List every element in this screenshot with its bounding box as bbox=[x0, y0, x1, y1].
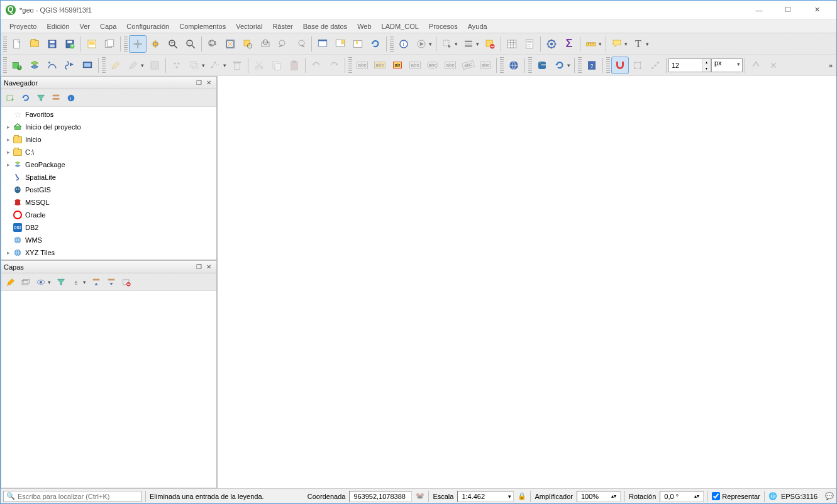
copy-features-button[interactable] bbox=[268, 57, 285, 74]
menu-complementos[interactable]: Complementos bbox=[174, 21, 231, 31]
label-tool-7[interactable]: abc bbox=[477, 57, 494, 74]
menu-raster[interactable]: Ráster bbox=[267, 21, 297, 31]
snapping-button[interactable] bbox=[611, 57, 629, 74]
browser-item-geopackage[interactable]: ▸GeoPackage bbox=[1, 158, 216, 171]
menu-ladm-col[interactable]: LADM_COL bbox=[377, 21, 424, 31]
browser-item-favoritos[interactable]: ☆Favoritos bbox=[1, 108, 216, 121]
layers-visibility-icon[interactable] bbox=[34, 275, 48, 289]
snapping-intersection-button[interactable] bbox=[646, 57, 664, 74]
vertex-tool-button[interactable] bbox=[207, 57, 224, 74]
browser-item-inicio-del-proyecto[interactable]: ▸Inicio del proyecto bbox=[1, 121, 216, 133]
cut-features-button[interactable] bbox=[250, 57, 268, 74]
browser-tree[interactable]: ☆Favoritos▸Inicio del proyecto▸Inicio▸C:… bbox=[1, 107, 216, 260]
layers-undock-button[interactable]: ❐ bbox=[194, 262, 204, 272]
toolbar-grip[interactable] bbox=[124, 36, 128, 52]
browser-refresh-icon[interactable] bbox=[19, 91, 33, 105]
open-project-button[interactable] bbox=[26, 35, 43, 53]
menu-configuracion[interactable]: Configuración bbox=[121, 21, 174, 31]
metasearch-button[interactable] bbox=[505, 57, 523, 74]
snapping-tolerance-input[interactable]: ▴▾ bbox=[668, 58, 711, 72]
browser-properties-icon[interactable]: i bbox=[64, 91, 78, 105]
zoom-next-button[interactable] bbox=[292, 35, 309, 53]
redo-button[interactable] bbox=[325, 57, 343, 74]
save-edits-button[interactable] bbox=[146, 57, 164, 74]
layers-style-icon[interactable] bbox=[4, 275, 18, 289]
select-features-button[interactable] bbox=[438, 35, 456, 53]
pan-selection-button[interactable] bbox=[147, 35, 164, 53]
crs-icon[interactable]: 🌐 bbox=[768, 492, 777, 500]
new-spatialite-layer-button[interactable] bbox=[61, 57, 79, 74]
current-edits-button[interactable] bbox=[125, 57, 142, 74]
messages-icon[interactable]: 💬 bbox=[825, 492, 834, 500]
toolbar-grip[interactable] bbox=[348, 57, 352, 74]
minimize-button[interactable]: — bbox=[745, 1, 773, 19]
toolbar-grip[interactable] bbox=[578, 57, 582, 74]
add-feature-button[interactable] bbox=[168, 57, 186, 74]
help-button[interactable]: ? bbox=[583, 57, 601, 74]
label-tool-6[interactable]: abc bbox=[459, 57, 477, 74]
new-shapefile-layer-button[interactable] bbox=[43, 57, 61, 74]
menu-proyecto[interactable]: Proyecto bbox=[4, 21, 42, 31]
browser-item-db2[interactable]: DB2DB2 bbox=[1, 221, 216, 234]
menu-base-datos[interactable]: Base de datos bbox=[298, 21, 352, 31]
processing-toolbox-button[interactable] bbox=[543, 35, 560, 53]
move-feature-button[interactable] bbox=[186, 57, 203, 74]
layers-tree[interactable] bbox=[1, 291, 216, 488]
toggle-editing-button[interactable] bbox=[107, 57, 125, 74]
browser-item-postgis[interactable]: PostGIS bbox=[1, 184, 216, 196]
label-tool-highlight[interactable]: ab bbox=[389, 57, 406, 74]
tracing-button[interactable] bbox=[747, 57, 765, 74]
pan-map-button[interactable] bbox=[129, 35, 147, 53]
data-source-manager-button[interactable]: + bbox=[8, 57, 26, 74]
browser-item-c-[interactable]: ▸C:\ bbox=[1, 146, 216, 158]
menu-edicion[interactable]: Edición bbox=[42, 21, 74, 31]
spin-down[interactable]: ▾ bbox=[702, 65, 711, 72]
browser-item-inicio[interactable]: ▸Inicio bbox=[1, 133, 216, 146]
toolbar-overflow-button[interactable]: » bbox=[826, 62, 835, 69]
toolbar-grip[interactable] bbox=[500, 57, 504, 74]
browser-panel-header[interactable]: Navegador ❐ ✕ bbox=[1, 77, 216, 89]
measure-button[interactable] bbox=[582, 35, 600, 53]
layers-expression-icon[interactable]: ε bbox=[69, 275, 83, 289]
zoom-last-button[interactable] bbox=[274, 35, 292, 53]
map-tips-button[interactable] bbox=[608, 35, 626, 53]
paste-features-button[interactable] bbox=[285, 57, 303, 74]
zoom-layer-button[interactable] bbox=[257, 35, 274, 53]
deselect-all-button[interactable] bbox=[481, 35, 499, 53]
delete-selected-button[interactable] bbox=[228, 57, 246, 74]
layers-collapse-icon[interactable] bbox=[104, 275, 118, 289]
locator-input[interactable] bbox=[18, 493, 138, 500]
show-bookmarks-button[interactable] bbox=[349, 35, 367, 53]
label-tool-1[interactable]: abc bbox=[353, 57, 371, 74]
layers-close-button[interactable]: ✕ bbox=[204, 262, 214, 272]
scale-lock-icon[interactable]: 🔒 bbox=[518, 492, 526, 500]
spin-up[interactable]: ▴ bbox=[702, 59, 711, 65]
magnifier-value[interactable]: 100% bbox=[581, 493, 599, 500]
browser-item-mssql[interactable]: MSSQL bbox=[1, 196, 216, 209]
toolbar-grip[interactable] bbox=[3, 57, 7, 74]
save-project-button[interactable] bbox=[43, 35, 61, 53]
zoom-native-button[interactable]: 1:1 bbox=[204, 35, 221, 53]
text-annotation-button[interactable]: T bbox=[629, 35, 647, 53]
menu-web[interactable]: Web bbox=[352, 21, 376, 31]
new-virtual-layer-button[interactable] bbox=[79, 57, 96, 74]
browser-close-button[interactable]: ✕ bbox=[204, 78, 214, 88]
label-tool-4[interactable]: abc bbox=[424, 57, 441, 74]
toolbar-grip[interactable] bbox=[3, 36, 7, 52]
new-project-button[interactable] bbox=[8, 35, 26, 53]
identify-button[interactable]: i bbox=[395, 35, 413, 53]
snapping-unit-select[interactable]: px bbox=[711, 58, 743, 72]
open-attribute-table-button[interactable] bbox=[503, 35, 521, 53]
snapping-tolerance-value[interactable] bbox=[669, 62, 702, 69]
browser-add-layer-icon[interactable]: + bbox=[4, 91, 18, 105]
crs-value[interactable]: EPSG:3116 bbox=[781, 493, 818, 500]
refresh-button[interactable] bbox=[367, 35, 384, 53]
save-project-as-button[interactable]: + bbox=[61, 35, 79, 53]
label-tool-3[interactable]: abc bbox=[406, 57, 424, 74]
action-run-button[interactable] bbox=[413, 35, 430, 53]
python-console-button[interactable] bbox=[533, 57, 551, 74]
layers-remove-icon[interactable] bbox=[119, 275, 133, 289]
label-tool-5[interactable]: abc bbox=[441, 57, 459, 74]
toolbar-grip[interactable] bbox=[390, 36, 394, 52]
layers-add-group-icon[interactable] bbox=[19, 275, 33, 289]
